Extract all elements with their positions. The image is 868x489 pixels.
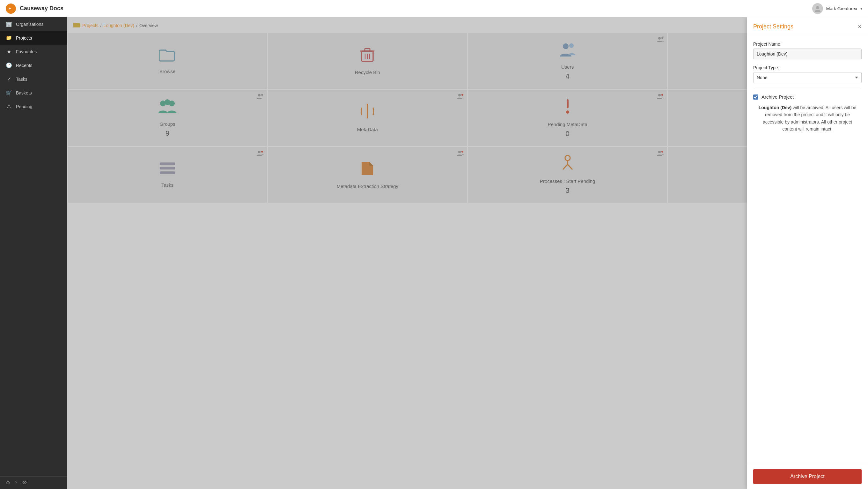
archive-project-button[interactable]: Archive Project	[753, 469, 862, 484]
svg-point-33	[258, 151, 260, 153]
proc-start-count: 3	[566, 186, 569, 195]
tile-tasks[interactable]: Tasks	[68, 147, 267, 203]
project-name-group: Project Name:	[753, 41, 862, 59]
svg-point-1	[816, 6, 819, 9]
users-count: 4	[566, 72, 569, 81]
recents-icon: 🕐	[6, 62, 12, 68]
tile-users[interactable]: Users 4	[468, 33, 667, 89]
pending-metadata-label: Pending MetaData	[548, 121, 587, 128]
metadata-admin-icon	[457, 93, 464, 100]
svg-rect-37	[160, 171, 175, 174]
svg-point-34	[261, 151, 263, 152]
sidebar: 🏢 Organisations 📁 Projects ★ Favourites …	[0, 17, 67, 489]
favourites-icon: ★	[6, 49, 12, 55]
breadcrumb-projects[interactable]: Projects	[82, 23, 98, 28]
project-settings-panel: Project Settings × Project Name: Project…	[747, 17, 868, 489]
main-content: Projects / Loughton (Dev) / Overview Bro…	[67, 17, 868, 489]
tile-proc-start[interactable]: Processes : Start Pending 3	[468, 147, 667, 203]
breadcrumb-folder-icon	[73, 22, 80, 29]
svg-point-40	[658, 151, 661, 153]
sidebar-item-baskets-label: Baskets	[16, 90, 32, 95]
settings-icon[interactable]: ⚙	[6, 480, 10, 486]
recycle-bin-label: Recycle Bin	[355, 69, 380, 76]
proc-start-icon	[560, 155, 575, 175]
browse-label: Browse	[159, 68, 175, 75]
tile-groups[interactable]: Groups 9	[68, 90, 267, 146]
pending-metadata-admin-icon	[657, 93, 664, 100]
panel-title: Project Settings	[753, 23, 794, 30]
svg-point-28	[566, 110, 569, 114]
sidebar-item-favourites[interactable]: ★ Favourites	[0, 45, 67, 58]
tile-recycle-bin[interactable]: Recycle Bin	[268, 33, 467, 89]
svg-point-38	[458, 151, 461, 153]
sidebar-item-projects-label: Projects	[16, 35, 32, 40]
groups-label: Groups	[160, 121, 175, 127]
app-logo: +	[6, 3, 16, 14]
breadcrumb-project[interactable]: Loughton (Dev)	[103, 23, 134, 28]
archive-project-name: Loughton (Dev)	[758, 105, 792, 110]
svg-point-24	[461, 94, 463, 96]
svg-rect-5	[365, 49, 370, 51]
tile-pending-metadata[interactable]: Pending MetaData 0	[468, 90, 667, 146]
svg-rect-27	[567, 99, 568, 108]
archive-project-checkbox[interactable]	[753, 94, 758, 99]
svg-rect-35	[160, 163, 175, 165]
sidebar-item-favourites-label: Favourites	[16, 49, 37, 54]
svg-point-19	[261, 94, 263, 96]
tile-meta-extract[interactable]: Metadata Extraction Strategy	[268, 147, 467, 203]
baskets-icon: 🛒	[6, 90, 12, 96]
sidebar-item-baskets[interactable]: 🛒 Baskets	[0, 86, 67, 99]
tile-browse[interactable]: Browse	[68, 33, 267, 89]
meta-extract-icon	[360, 160, 374, 180]
metadata-icon	[360, 103, 374, 123]
pending-icon: ⚠	[6, 104, 12, 110]
app-title: Causeway Docs	[20, 5, 812, 12]
svg-point-39	[461, 151, 463, 152]
groups-count: 9	[165, 129, 169, 138]
project-type-select[interactable]: None Standard Archive	[753, 72, 862, 83]
svg-line-44	[563, 164, 568, 170]
username: Mark Greatorex	[826, 6, 857, 11]
project-type-group: Project Type: None Standard Archive	[753, 65, 862, 83]
user-menu[interactable]: Mark Greatorex ▾	[812, 3, 862, 14]
user-chevron-icon: ▾	[860, 6, 862, 11]
sidebar-item-projects[interactable]: 📁 Projects	[0, 31, 67, 45]
panel-footer: Archive Project	[747, 464, 868, 489]
projects-icon: 📁	[6, 35, 12, 41]
app-body: 🏢 Organisations 📁 Projects ★ Favourites …	[0, 17, 868, 489]
avatar	[812, 3, 823, 14]
tasks-tile-label: Tasks	[161, 182, 174, 188]
help-icon[interactable]: ?	[15, 480, 18, 486]
tasks-tile-icon	[159, 161, 176, 179]
archive-description: Loughton (Dev) will be archived. All use…	[753, 104, 862, 133]
visibility-icon[interactable]: 👁	[22, 480, 27, 486]
tile-metadata[interactable]: MetaData	[268, 90, 467, 146]
svg-point-22	[169, 100, 175, 106]
archive-checkbox-row: Archive Project	[753, 94, 862, 99]
panel-close-button[interactable]: ×	[858, 23, 862, 30]
meta-extract-admin-icon	[457, 150, 464, 157]
users-icon	[559, 42, 576, 61]
sidebar-item-pending-label: Pending	[16, 104, 32, 109]
proc-start-admin-icon	[657, 150, 664, 157]
sidebar-item-recents-label: Recents	[16, 63, 32, 68]
tasks-admin-icon	[257, 150, 264, 157]
breadcrumb-current: Overview	[140, 23, 158, 28]
sidebar-item-pending[interactable]: ⚠ Pending	[0, 99, 67, 113]
svg-point-18	[258, 94, 260, 96]
svg-point-11	[662, 36, 663, 38]
sidebar-item-tasks-label: Tasks	[16, 77, 27, 82]
sidebar-item-recents[interactable]: 🕐 Recents	[0, 58, 67, 72]
metadata-label: MetaData	[357, 126, 378, 133]
groups-icon	[158, 98, 176, 118]
breadcrumb-sep2: /	[136, 23, 137, 28]
users-label: Users	[561, 64, 574, 70]
sidebar-item-organisations[interactable]: 🏢 Organisations	[0, 17, 67, 31]
project-name-input[interactable]	[753, 49, 862, 59]
panel-body: Project Name: Project Type: None Standar…	[747, 35, 868, 464]
tasks-icon: ✓	[6, 76, 12, 82]
svg-text:+: +	[9, 6, 11, 11]
svg-point-42	[565, 155, 570, 161]
sidebar-item-tasks[interactable]: ✓ Tasks	[0, 72, 67, 86]
svg-point-26	[661, 94, 663, 96]
